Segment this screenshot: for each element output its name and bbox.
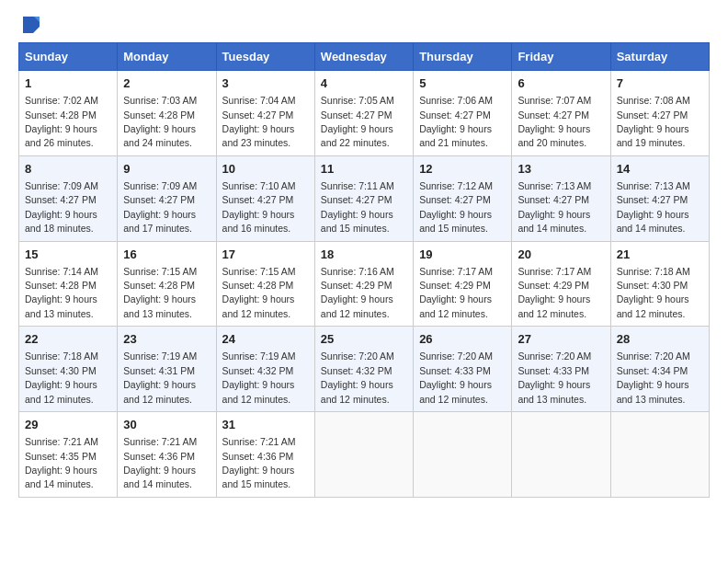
calendar-day-cell: 19 Sunrise: 7:17 AMSunset: 4:29 PMDaylig… <box>414 241 512 327</box>
calendar-header-cell: Tuesday <box>216 43 314 71</box>
calendar-week-row: 15 Sunrise: 7:14 AMSunset: 4:28 PMDaylig… <box>19 241 710 327</box>
day-number: 29 <box>25 417 111 433</box>
calendar-day-cell: 2 Sunrise: 7:03 AMSunset: 4:28 PMDayligh… <box>118 71 216 156</box>
day-info: Sunrise: 7:20 AMSunset: 4:33 PMDaylight:… <box>518 350 591 404</box>
day-info: Sunrise: 7:11 AMSunset: 4:27 PMDaylight:… <box>321 180 394 234</box>
header <box>18 15 710 35</box>
day-number: 13 <box>518 161 604 178</box>
calendar-week-row: 29 Sunrise: 7:21 AMSunset: 4:35 PMDaylig… <box>19 412 710 498</box>
day-info: Sunrise: 7:20 AMSunset: 4:34 PMDaylight:… <box>617 350 690 404</box>
day-info: Sunrise: 7:10 AMSunset: 4:27 PMDaylight:… <box>222 180 296 234</box>
day-info: Sunrise: 7:05 AMSunset: 4:27 PMDaylight:… <box>321 95 394 148</box>
calendar-day-cell: 27 Sunrise: 7:20 AMSunset: 4:33 PMDaylig… <box>512 327 610 412</box>
day-info: Sunrise: 7:09 AMSunset: 4:27 PMDaylight:… <box>25 180 98 234</box>
calendar-day-cell: 25 Sunrise: 7:20 AMSunset: 4:32 PMDaylig… <box>314 327 413 412</box>
day-info: Sunrise: 7:08 AMSunset: 4:27 PMDaylight:… <box>617 95 690 148</box>
calendar-day-cell: 3 Sunrise: 7:04 AMSunset: 4:27 PMDayligh… <box>216 71 314 156</box>
calendar-day-cell: 26 Sunrise: 7:20 AMSunset: 4:33 PMDaylig… <box>414 327 512 412</box>
day-info: Sunrise: 7:14 AMSunset: 4:28 PMDaylight:… <box>25 266 98 319</box>
day-info: Sunrise: 7:21 AMSunset: 4:36 PMDaylight:… <box>123 436 197 489</box>
day-number: 31 <box>222 417 309 433</box>
day-number: 17 <box>222 247 309 263</box>
day-info: Sunrise: 7:09 AMSunset: 4:27 PMDaylight:… <box>123 180 197 234</box>
day-number: 14 <box>617 161 703 178</box>
day-info: Sunrise: 7:21 AMSunset: 4:35 PMDaylight:… <box>25 436 98 489</box>
calendar-day-cell: 13 Sunrise: 7:13 AMSunset: 4:27 PMDaylig… <box>512 155 610 241</box>
calendar-week-row: 22 Sunrise: 7:18 AMSunset: 4:30 PMDaylig… <box>19 327 710 412</box>
day-number: 8 <box>25 161 111 178</box>
day-number: 10 <box>222 161 309 178</box>
day-number: 22 <box>25 331 111 348</box>
calendar-header-cell: Sunday <box>19 43 118 71</box>
day-number: 19 <box>419 247 506 263</box>
calendar-day-cell: 18 Sunrise: 7:16 AMSunset: 4:29 PMDaylig… <box>314 241 413 327</box>
calendar-day-cell: 6 Sunrise: 7:07 AMSunset: 4:27 PMDayligh… <box>512 71 610 156</box>
day-info: Sunrise: 7:15 AMSunset: 4:28 PMDaylight:… <box>222 266 296 319</box>
calendar-body: 1 Sunrise: 7:02 AMSunset: 4:28 PMDayligh… <box>19 71 710 498</box>
day-number: 26 <box>419 331 506 348</box>
calendar-day-cell: 10 Sunrise: 7:10 AMSunset: 4:27 PMDaylig… <box>216 155 314 241</box>
calendar-week-row: 8 Sunrise: 7:09 AMSunset: 4:27 PMDayligh… <box>19 155 710 241</box>
calendar-table: SundayMondayTuesdayWednesdayThursdayFrid… <box>18 42 710 498</box>
day-info: Sunrise: 7:13 AMSunset: 4:27 PMDaylight:… <box>518 180 591 234</box>
day-info: Sunrise: 7:19 AMSunset: 4:32 PMDaylight:… <box>222 350 296 404</box>
day-number: 12 <box>419 161 506 178</box>
day-info: Sunrise: 7:18 AMSunset: 4:30 PMDaylight:… <box>25 350 98 404</box>
day-number: 16 <box>123 247 210 263</box>
day-info: Sunrise: 7:12 AMSunset: 4:27 PMDaylight:… <box>419 180 493 234</box>
day-info: Sunrise: 7:15 AMSunset: 4:28 PMDaylight:… <box>123 266 197 319</box>
calendar-day-cell: 7 Sunrise: 7:08 AMSunset: 4:27 PMDayligh… <box>610 71 709 156</box>
calendar-day-cell: 31 Sunrise: 7:21 AMSunset: 4:36 PMDaylig… <box>216 412 314 498</box>
day-info: Sunrise: 7:06 AMSunset: 4:27 PMDaylight:… <box>419 95 493 148</box>
day-number: 25 <box>321 331 407 348</box>
day-number: 24 <box>222 331 309 348</box>
calendar-day-cell <box>314 412 413 498</box>
calendar-day-cell: 23 Sunrise: 7:19 AMSunset: 4:31 PMDaylig… <box>118 327 216 412</box>
calendar-day-cell: 14 Sunrise: 7:13 AMSunset: 4:27 PMDaylig… <box>610 155 709 241</box>
calendar-header-row: SundayMondayTuesdayWednesdayThursdayFrid… <box>19 43 710 71</box>
day-info: Sunrise: 7:17 AMSunset: 4:29 PMDaylight:… <box>518 266 591 319</box>
day-info: Sunrise: 7:03 AMSunset: 4:28 PMDaylight:… <box>123 95 197 148</box>
day-number: 5 <box>419 75 506 92</box>
day-number: 28 <box>617 331 703 348</box>
calendar-day-cell: 22 Sunrise: 7:18 AMSunset: 4:30 PMDaylig… <box>19 327 118 412</box>
calendar-day-cell: 12 Sunrise: 7:12 AMSunset: 4:27 PMDaylig… <box>414 155 512 241</box>
calendar-day-cell: 24 Sunrise: 7:19 AMSunset: 4:32 PMDaylig… <box>216 327 314 412</box>
calendar-day-cell: 8 Sunrise: 7:09 AMSunset: 4:27 PMDayligh… <box>19 155 118 241</box>
calendar-day-cell: 20 Sunrise: 7:17 AMSunset: 4:29 PMDaylig… <box>512 241 610 327</box>
day-number: 9 <box>123 161 210 178</box>
calendar-day-cell <box>610 412 709 498</box>
day-info: Sunrise: 7:21 AMSunset: 4:36 PMDaylight:… <box>222 436 296 489</box>
day-number: 7 <box>617 75 703 92</box>
calendar-header-cell: Wednesday <box>314 43 413 71</box>
day-info: Sunrise: 7:20 AMSunset: 4:32 PMDaylight:… <box>321 350 394 404</box>
day-number: 23 <box>123 331 210 348</box>
calendar-header-cell: Thursday <box>414 43 512 71</box>
day-number: 15 <box>25 247 111 263</box>
day-number: 18 <box>321 247 407 263</box>
day-number: 11 <box>321 161 407 178</box>
calendar-day-cell: 16 Sunrise: 7:15 AMSunset: 4:28 PMDaylig… <box>118 241 216 327</box>
calendar-day-cell: 5 Sunrise: 7:06 AMSunset: 4:27 PMDayligh… <box>414 71 512 156</box>
calendar-day-cell: 21 Sunrise: 7:18 AMSunset: 4:30 PMDaylig… <box>610 241 709 327</box>
calendar-day-cell: 17 Sunrise: 7:15 AMSunset: 4:28 PMDaylig… <box>216 241 314 327</box>
calendar-day-cell: 4 Sunrise: 7:05 AMSunset: 4:27 PMDayligh… <box>314 71 413 156</box>
calendar-header-cell: Saturday <box>610 43 709 71</box>
day-number: 4 <box>321 75 407 92</box>
calendar-day-cell <box>512 412 610 498</box>
day-number: 27 <box>518 331 604 348</box>
calendar-day-cell: 9 Sunrise: 7:09 AMSunset: 4:27 PMDayligh… <box>118 155 216 241</box>
calendar-day-cell: 28 Sunrise: 7:20 AMSunset: 4:34 PMDaylig… <box>610 327 709 412</box>
calendar-day-cell: 30 Sunrise: 7:21 AMSunset: 4:36 PMDaylig… <box>118 412 216 498</box>
day-number: 1 <box>25 75 111 92</box>
day-info: Sunrise: 7:19 AMSunset: 4:31 PMDaylight:… <box>123 350 197 404</box>
calendar-day-cell: 15 Sunrise: 7:14 AMSunset: 4:28 PMDaylig… <box>19 241 118 327</box>
day-info: Sunrise: 7:02 AMSunset: 4:28 PMDaylight:… <box>25 95 98 148</box>
day-number: 21 <box>617 247 703 263</box>
calendar-day-cell: 1 Sunrise: 7:02 AMSunset: 4:28 PMDayligh… <box>19 71 118 156</box>
day-info: Sunrise: 7:18 AMSunset: 4:30 PMDaylight:… <box>617 266 690 319</box>
day-number: 20 <box>518 247 604 263</box>
calendar-day-cell: 29 Sunrise: 7:21 AMSunset: 4:35 PMDaylig… <box>19 412 118 498</box>
calendar-day-cell: 11 Sunrise: 7:11 AMSunset: 4:27 PMDaylig… <box>314 155 413 241</box>
day-info: Sunrise: 7:20 AMSunset: 4:33 PMDaylight:… <box>419 350 493 404</box>
